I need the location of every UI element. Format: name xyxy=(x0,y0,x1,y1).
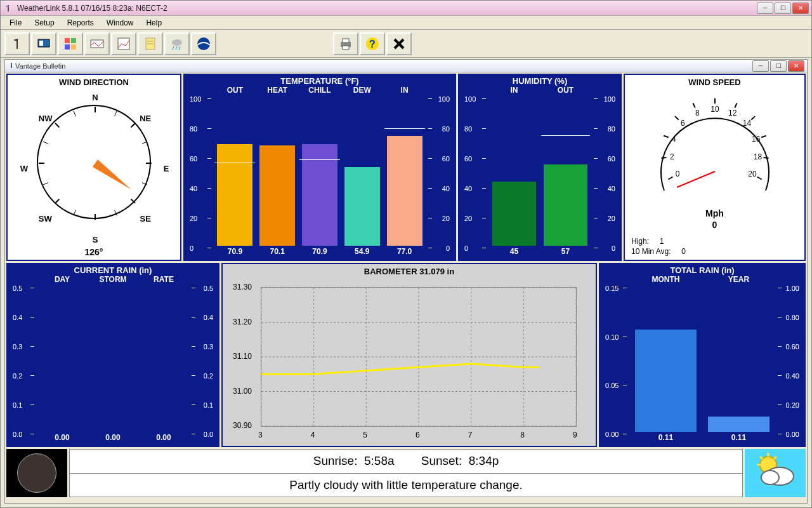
svg-line-47 xyxy=(664,136,669,137)
bulletin-titlebar[interactable]: Vantage Bulletin ─ ☐ ✕ xyxy=(5,60,807,72)
crain-label-day: DAY xyxy=(37,275,88,284)
svg-line-82 xyxy=(774,457,776,459)
svg-line-51 xyxy=(693,104,695,108)
svg-line-29 xyxy=(142,142,147,144)
svg-line-55 xyxy=(735,104,737,108)
svg-line-36 xyxy=(55,199,59,203)
temp-value-in: 77.0 xyxy=(383,247,426,256)
temp-marker-out xyxy=(214,163,255,163)
temp-value-heat: 70.1 xyxy=(256,247,299,256)
speedometer-icon: 02468101214161820 xyxy=(652,89,778,216)
tb-notepad-icon[interactable] xyxy=(138,32,163,55)
bulletin-close-button[interactable]: ✕ xyxy=(788,60,804,72)
forecast-text: Partly cloudy with little temperature ch… xyxy=(70,474,742,497)
svg-line-81 xyxy=(760,457,763,459)
temp-label-dew: DEW xyxy=(341,86,383,95)
svg-rect-4 xyxy=(65,38,70,43)
wind-high-label: High: xyxy=(631,237,649,246)
temperature-title: TEMPERATURE (°F) xyxy=(183,74,456,86)
temp-value-out: 70.9 xyxy=(214,247,256,256)
wind-high-value: 1 xyxy=(660,237,664,246)
svg-line-33 xyxy=(115,210,117,215)
maximize-button[interactable]: ☐ xyxy=(775,3,791,14)
humidity-title: HUMIDITY (%) xyxy=(458,74,622,86)
svg-line-15 xyxy=(176,46,177,50)
svg-text:?: ? xyxy=(369,39,376,50)
tb-noaa-icon[interactable] xyxy=(191,32,216,55)
temp-label-chill: CHILL xyxy=(299,86,341,95)
tb-print-icon[interactable] xyxy=(333,32,358,55)
svg-text:18: 18 xyxy=(753,152,762,161)
partly-cloudy-icon xyxy=(753,451,797,496)
tb-instruments-icon[interactable] xyxy=(58,32,83,55)
svg-rect-7 xyxy=(71,44,76,50)
moon-icon xyxy=(17,453,56,493)
temp-marker-chill xyxy=(299,159,340,160)
svg-rect-9 xyxy=(118,38,129,50)
svg-line-37 xyxy=(43,182,48,184)
crain-value-day: 0.00 xyxy=(37,433,88,442)
tb-stripchart-icon[interactable] xyxy=(84,32,110,55)
svg-line-61 xyxy=(763,157,768,158)
sunrise-label: Sunrise: xyxy=(313,454,358,468)
hum-bar-in xyxy=(492,182,535,246)
forecast-panel: Sunrise: 5:58a Sunset: 8:34p Partly clou… xyxy=(69,449,743,497)
svg-text:8: 8 xyxy=(695,109,699,117)
svg-text:20: 20 xyxy=(748,170,757,178)
tb-anemometer-icon[interactable] xyxy=(4,32,30,55)
svg-text:16: 16 xyxy=(751,135,760,144)
barometer-title: BAROMETER 31.079 in xyxy=(223,264,596,276)
train-label-year: YEAR xyxy=(702,275,775,284)
temp-bar-out xyxy=(217,144,252,246)
tb-help-icon[interactable]: ? xyxy=(360,32,385,55)
menu-reports[interactable]: Reports xyxy=(61,17,100,29)
menu-setup[interactable]: Setup xyxy=(28,17,60,29)
tb-rain-icon[interactable] xyxy=(164,32,190,55)
menu-window[interactable]: Window xyxy=(100,17,140,29)
sun-times: Sunrise: 5:58a Sunset: 8:34p xyxy=(70,450,742,473)
bulletin-window: Vantage Bulletin ─ ☐ ✕ WIND DIRECTION xyxy=(4,59,808,504)
titlebar[interactable]: WeatherLink 5.8.1 07/16/15 8:23a: N6ECT-… xyxy=(1,1,811,16)
bulletin-maximize-button[interactable]: ☐ xyxy=(770,60,787,72)
total-rain-title: TOTAL RAIN (in) xyxy=(599,263,806,275)
svg-line-57 xyxy=(751,116,755,119)
train-label-month: MONTH xyxy=(629,275,702,284)
svg-text:14: 14 xyxy=(742,119,751,128)
minimize-button[interactable]: ─ xyxy=(757,3,773,14)
menu-help[interactable]: Help xyxy=(140,17,168,29)
wind-avg-label: 10 Min Avg: xyxy=(631,247,671,256)
menu-file[interactable]: File xyxy=(3,17,28,29)
train-bar-year xyxy=(708,417,769,432)
svg-line-59 xyxy=(761,136,766,137)
close-button[interactable]: ✕ xyxy=(792,3,809,14)
tb-console-icon[interactable] xyxy=(31,32,56,55)
bulletin-minimize-button[interactable]: ─ xyxy=(752,60,769,72)
crain-value-storm: 0.00 xyxy=(88,433,138,442)
app-icon xyxy=(3,3,13,13)
total-rain-panel: TOTAL RAIN (in) MONTHYEAR 0.000.050.100.… xyxy=(599,263,806,447)
barometer-panel: BAROMETER 31.079 in 30.9031.0031.1031.20… xyxy=(221,263,597,447)
compass-label-se: SE xyxy=(139,214,152,224)
compass-label-ne: NE xyxy=(139,114,152,123)
svg-text:6: 6 xyxy=(681,119,685,128)
compass-label-e: E xyxy=(160,164,173,173)
svg-line-32 xyxy=(131,199,135,203)
train-bar-month xyxy=(635,330,697,432)
current-rain-panel: CURRENT RAIN (in) DAYSTORMRATE 0.00.10.2… xyxy=(6,263,219,447)
compass-label-s: S xyxy=(89,235,102,244)
temp-bar-in xyxy=(387,136,422,246)
hum-value-in: 45 xyxy=(488,247,540,256)
svg-rect-5 xyxy=(71,38,76,43)
tb-exit-icon[interactable] xyxy=(386,32,412,55)
svg-text:0: 0 xyxy=(675,170,679,178)
tb-graph-icon[interactable] xyxy=(111,32,136,55)
svg-rect-19 xyxy=(343,39,349,43)
wind-speed-unit: Mph xyxy=(625,208,804,218)
svg-line-49 xyxy=(674,116,678,119)
wind-speed-title: WIND SPEED xyxy=(625,75,804,87)
temp-label-in: IN xyxy=(383,86,426,95)
temp-label-out: OUT xyxy=(214,86,256,95)
svg-point-84 xyxy=(761,471,779,485)
wind-speed-panel: WIND SPEED 02468101214161820 Mph 0 High: xyxy=(624,74,806,261)
svg-point-13 xyxy=(172,39,182,46)
